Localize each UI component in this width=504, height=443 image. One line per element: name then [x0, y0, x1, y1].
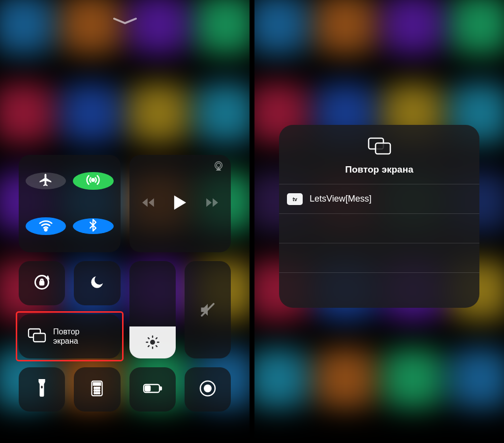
mirroring-device-row[interactable]: tv LetsView[Mess] [279, 184, 479, 213]
screen-mirroring-label: Повтор экрана [53, 327, 80, 346]
screen-mirroring-icon [28, 328, 46, 345]
volume-mute-icon [199, 301, 217, 319]
svg-point-3 [217, 163, 220, 167]
svg-point-22 [96, 387, 98, 388]
svg-line-14 [156, 338, 157, 339]
panel-title: Повтор экрана [345, 164, 413, 175]
forward-button[interactable] [205, 197, 218, 210]
airplane-mode-toggle[interactable] [26, 173, 66, 189]
airplane-icon [38, 173, 53, 189]
orientation-lock-toggle[interactable] [19, 261, 65, 305]
svg-point-23 [98, 387, 100, 388]
wifi-toggle[interactable] [26, 217, 66, 235]
screen-mirroring-icon [367, 137, 392, 157]
svg-rect-31 [160, 387, 161, 390]
screen-mirroring-panel: Повтор экрана tv LetsView[Mess] [279, 125, 479, 308]
svg-point-0 [92, 178, 94, 181]
svg-point-29 [98, 392, 100, 394]
battery-icon [143, 383, 162, 396]
svg-rect-18 [41, 385, 42, 388]
flashlight-button[interactable] [19, 367, 65, 412]
svg-line-11 [148, 338, 149, 339]
device-name: LetsView[Mess] [310, 194, 372, 204]
svg-point-28 [96, 392, 98, 394]
airplay-icon[interactable] [213, 161, 224, 174]
wifi-icon [38, 217, 54, 235]
empty-row [279, 243, 479, 272]
svg-rect-36 [376, 143, 390, 154]
svg-line-13 [148, 346, 149, 347]
svg-point-21 [94, 387, 96, 388]
svg-rect-32 [145, 386, 150, 391]
svg-point-26 [98, 390, 100, 391]
calculator-icon [91, 380, 103, 399]
svg-rect-17 [33, 333, 45, 342]
play-button[interactable] [173, 194, 188, 213]
cellular-data-toggle[interactable] [73, 172, 113, 190]
record-icon [199, 380, 217, 399]
moon-icon [89, 274, 105, 292]
svg-point-1 [45, 229, 47, 231]
do-not-disturb-toggle[interactable] [74, 261, 120, 305]
svg-point-24 [94, 390, 96, 391]
svg-point-6 [150, 340, 155, 345]
control-center-screenshot: Повтор экрана [0, 0, 250, 443]
svg-point-34 [204, 384, 212, 392]
brightness-slider[interactable] [129, 261, 176, 358]
connectivity-group [19, 155, 121, 252]
svg-line-12 [156, 346, 157, 347]
svg-point-25 [96, 390, 98, 391]
bluetooth-icon [86, 218, 100, 234]
screen-mirroring-button[interactable]: Повтор экрана [19, 314, 121, 358]
screen-mirroring-modal-screenshot: Повтор экрана tv LetsView[Mess] [254, 0, 504, 443]
svg-rect-20 [94, 383, 101, 385]
antenna-icon [85, 172, 101, 190]
empty-row [279, 213, 479, 243]
orientation-lock-icon [33, 273, 51, 293]
chevron-down-icon[interactable] [112, 17, 138, 28]
flashlight-icon [37, 379, 47, 400]
svg-point-27 [94, 392, 96, 394]
media-controls [129, 155, 231, 252]
apple-tv-icon: tv [287, 193, 303, 205]
brightness-icon [145, 335, 160, 350]
low-power-mode-button[interactable] [129, 367, 176, 412]
screen-record-button[interactable] [185, 367, 231, 412]
rewind-button[interactable] [142, 197, 155, 210]
empty-row [279, 272, 479, 302]
volume-slider[interactable] [185, 261, 231, 358]
bluetooth-toggle[interactable] [73, 218, 113, 234]
calculator-button[interactable] [74, 367, 120, 412]
control-center-grid: Повтор экрана [19, 155, 231, 412]
